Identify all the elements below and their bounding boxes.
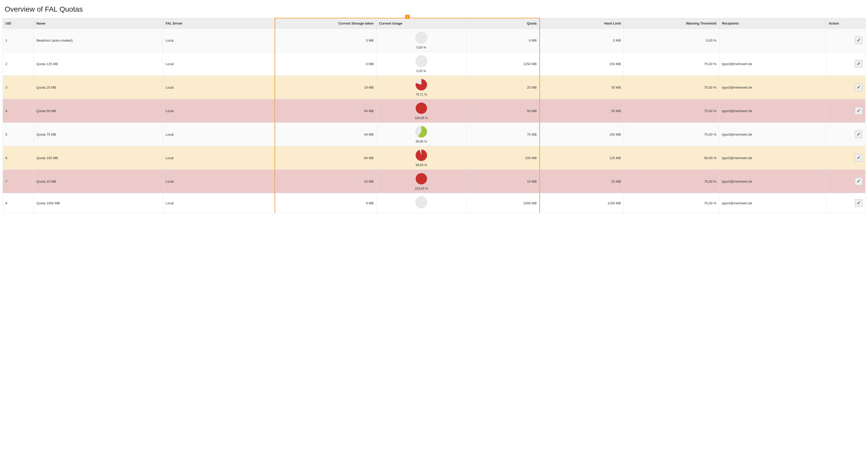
usage-label: 94,93 % (416, 163, 427, 167)
usage-pie-icon (415, 102, 428, 115)
cell-storage: 9 MB (275, 193, 376, 213)
cell-name: fileadmin/ (auto-created) (34, 29, 163, 52)
edit-button[interactable] (855, 154, 863, 162)
usage-pie-icon (415, 196, 428, 209)
cell-driver: Local (163, 76, 275, 99)
cell-recipients: typo3@mehrwert.de (719, 99, 826, 123)
edit-button[interactable] (855, 36, 863, 44)
pencil-icon (857, 109, 861, 113)
cell-thresh: 75,00 % (624, 76, 719, 99)
cell-uid: 3 (3, 76, 34, 99)
cell-recipients (719, 29, 826, 52)
cell-recipients: typo3@mehrwert.de (719, 123, 826, 146)
cell-hard: 30 MB (539, 76, 624, 99)
col-action: Action (826, 18, 865, 29)
pencil-icon (857, 179, 861, 184)
cell-uid: 5 (3, 123, 34, 146)
cell-storage: 54 MB (275, 99, 376, 123)
cell-storage: 0 MB (275, 52, 376, 76)
col-hard: Hard Limit (539, 18, 624, 29)
usage-label: 79,71 % (416, 93, 427, 96)
cell-uid: 6 (3, 146, 34, 170)
svg-point-8 (416, 173, 427, 184)
cell-hard: 125 MB (539, 146, 624, 170)
usage-pie-icon (415, 31, 428, 44)
table-row: 7 Quota 10 MB Local 10 MB 103,83 % 10 MB… (3, 170, 865, 193)
cell-driver: Local (163, 146, 275, 170)
cell-storage: 10 MB (275, 170, 376, 193)
cell-quota: 0 MB (466, 29, 539, 52)
edit-button[interactable] (855, 60, 863, 68)
cell-recipients: typo3@mehrwert.de (719, 52, 826, 76)
cell-hard: 0 MB (539, 29, 624, 52)
cell-hard: 150 MB (539, 123, 624, 146)
cell-thresh: 75,00 % (624, 52, 719, 76)
col-recipients: Recipients (719, 18, 826, 29)
table-row: 2 Quota 125 MB Local 0 MB 0,00 % 1250 MB… (3, 52, 865, 76)
cell-usage: 0,00 % (376, 29, 466, 52)
cell-driver: Local (163, 29, 275, 52)
edit-button[interactable] (855, 178, 863, 185)
cell-driver: Local (163, 99, 275, 123)
usage-pie-icon (415, 125, 428, 138)
cell-name: Quota 10 MB (34, 170, 163, 193)
cell-quota: 25 MB (466, 76, 539, 99)
svg-point-9 (416, 196, 427, 208)
svg-point-1 (416, 56, 427, 67)
cell-quota: 100 MB (466, 146, 539, 170)
cell-usage: 59,90 % (376, 123, 466, 146)
pencil-icon (857, 38, 861, 42)
cell-quota: 1000 MB (466, 193, 539, 213)
pencil-icon (857, 201, 861, 205)
cell-storage: 94 MB (275, 146, 376, 170)
cell-thresh: 75,00 % (624, 170, 719, 193)
col-thresh: Warning Threshold (624, 18, 719, 29)
usage-label: 109,86 % (415, 116, 428, 120)
cell-uid: 2 (3, 52, 34, 76)
cell-hard: 150 MB (539, 52, 624, 76)
cell-storage: 5 MB (275, 29, 376, 52)
col-uid: UID (3, 18, 34, 29)
cell-usage: 109,86 % (376, 99, 466, 123)
cell-hard: 1250 MB (539, 193, 624, 213)
cell-name: Quota 25 MB (34, 76, 163, 99)
cell-thresh: 0,00 % (624, 29, 719, 52)
cell-hard: 55 MB (539, 99, 624, 123)
cell-name: Quota 50 MB (34, 99, 163, 123)
cell-quota: 10 MB (466, 170, 539, 193)
svg-point-4 (416, 102, 427, 114)
usage-pie-icon (415, 149, 428, 162)
edit-button[interactable] (855, 130, 863, 138)
edit-button[interactable] (855, 107, 863, 115)
cell-storage: 44 MB (275, 123, 376, 146)
pencil-icon (857, 132, 861, 136)
cell-thresh: 90,00 % (624, 146, 719, 170)
cell-quota: 50 MB (466, 99, 539, 123)
cell-usage: 94,93 % (376, 146, 466, 170)
table-row: 5 Quota 75 MB Local 44 MB 59,90 % 75 MB … (3, 123, 865, 146)
edit-button[interactable] (855, 84, 863, 91)
cell-driver: Local (163, 52, 275, 76)
usage-label: 0,00 % (416, 46, 426, 49)
cell-hard: 15 MB (539, 170, 624, 193)
cell-quota: 1250 MB (466, 52, 539, 76)
quota-table: UID Name FAL Driver Current Storage take… (3, 18, 865, 213)
cell-uid: 1 (3, 29, 34, 52)
cell-thresh: 75,00 % (624, 99, 719, 123)
cell-name: Quota 100 MB (34, 146, 163, 170)
cell-thresh: 75,00 % (624, 193, 719, 213)
table-row: 4 Quota 50 MB Local 54 MB 109,86 % 50 MB… (3, 99, 865, 123)
usage-pie-icon (415, 55, 428, 68)
cell-thresh: 75,00 % (624, 123, 719, 146)
cell-driver: Local (163, 123, 275, 146)
usage-pie-icon (415, 172, 428, 185)
pencil-icon (857, 62, 861, 66)
col-storage: Current Storage taken (275, 18, 376, 29)
table-row: 1 fileadmin/ (auto-created) Local 5 MB 0… (3, 29, 865, 52)
cell-usage: 103,83 % (376, 170, 466, 193)
edit-button[interactable] (855, 199, 863, 207)
usage-label: 0,00 % (416, 69, 426, 73)
cell-uid: 4 (3, 99, 34, 123)
cell-name: Quota 1000 MB (34, 193, 163, 213)
cell-recipients: typo3@mehrwert.de (719, 76, 826, 99)
